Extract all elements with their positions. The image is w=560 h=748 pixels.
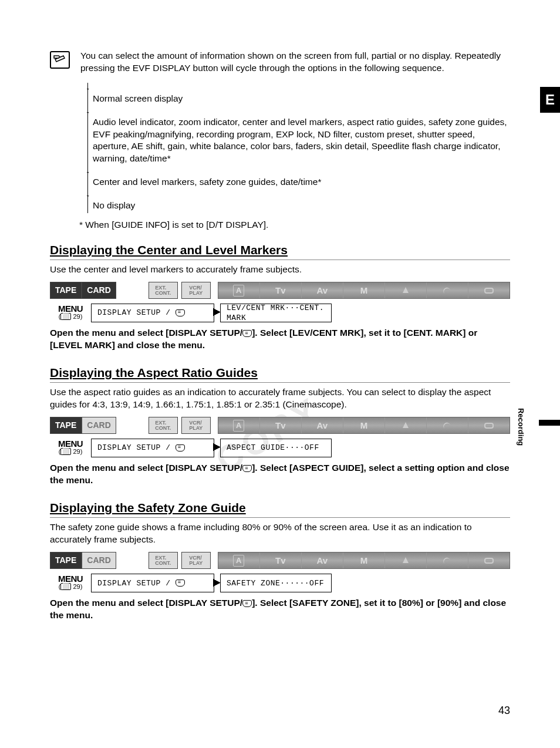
note-block: You can select the amount of information… [50,50,510,75]
menu-label: MENU (⬜ 29) [50,574,91,592]
footnote: * When [GUIDE INFO] is set to [D/T DISPL… [79,219,510,231]
mode-card-disabled: CARD [82,552,116,569]
nav-arrow-icon: ⯈ [214,439,220,457]
page-ref-icon: ⬜ [60,448,71,455]
mode-m-icon: M [343,552,384,568]
nav-arrow-icon: ⯈ [214,304,220,322]
program-strip: A Tv Av M [218,417,510,434]
mode-ext-cont: EXT. CONT. [149,282,178,299]
flow-step: Normal screen display [93,91,510,106]
program-strip: A Tv Av M [218,282,510,299]
mode-tv-icon: Tv [259,552,301,568]
mode-card-disabled: CARD [82,417,116,434]
body-text: Use the aspect ratio guides as an indica… [50,386,510,411]
display-icon [242,465,252,472]
display-cycle-flow: ↓ Normal screen display ↓ Audio level in… [87,83,510,213]
mode-a-icon: A [218,552,259,568]
mode-tv-icon: Tv [259,282,301,298]
mode-bar: TAPE CARD EXT. CONT. VCR/ PLAY A Tv Av M [50,282,510,299]
menu-path-row: MENU (⬜ 29) DISPLAY SETUP / ⯈ LEV/CENT M… [50,304,510,322]
instruction-text: Open the menu and select [DISPLAY SETUP/… [50,327,510,352]
display-icon [176,309,185,316]
nav-arrow-icon: ⯈ [214,574,220,592]
arrow-down-icon: ↓ [86,166,510,174]
mode-vcr-play: VCR/ PLAY [181,282,211,299]
mode-a-icon: A [218,417,259,433]
flow-step: Audio level indicator, zoom indicator, c… [93,114,510,167]
note-text: You can select the amount of information… [80,50,510,75]
page-ref-icon: ⬜ [60,583,71,590]
mode-spotlight-icon [384,282,426,298]
menu-label: MENU (⬜ 29) [50,439,91,457]
body-text: The safety zone guide shows a frame incl… [50,521,510,546]
menu-step-1: DISPLAY SETUP / [91,439,214,457]
mode-av-icon: Av [301,552,343,568]
display-icon [242,600,252,607]
heading-aspect-ratio: Displaying the Aspect Ratio Guides [50,365,510,383]
page-ref-icon: ⬜ [60,313,71,320]
mode-m-icon: M [343,282,384,298]
menu-path-row: MENU (⬜ 29) DISPLAY SETUP / ⯈ SAFETY ZON… [50,574,510,592]
mode-av-icon: Av [301,417,343,433]
mode-ext-cont: EXT. CONT. [149,552,178,569]
mode-av-icon: Av [301,282,343,298]
page-number: 43 [498,703,510,717]
menu-step-2: LEV/CENT MRK···CENT. MARK [220,304,332,322]
menu-step-2: ASPECT GUIDE····OFF [220,439,332,457]
arrow-down-icon: ↓ [86,190,510,198]
mode-tape: TAPE [50,417,82,434]
instruction-text: Open the menu and select [DISPLAY SETUP/… [50,462,510,487]
mode-tape: TAPE [50,282,82,299]
instruction-text: Open the menu and select [DISPLAY SETUP/… [50,597,510,622]
menu-label: MENU (⬜ 29) [50,304,91,322]
mode-tape: TAPE [50,552,82,569]
notes-icon [50,51,70,69]
menu-step-1: DISPLAY SETUP / [91,304,214,322]
heading-safety-zone: Displaying the Safety Zone Guide [50,500,510,518]
mode-bar: TAPE CARD EXT. CONT. VCR/ PLAY A Tv Av M [50,552,510,569]
flow-step: Center and level markers, safety zone gu… [93,174,510,190]
heading-center-level: Displaying the Center and Level Markers [50,242,510,260]
program-strip: A Tv Av M [218,552,510,569]
mode-vcr-play: VCR/ PLAY [181,552,211,569]
display-icon [176,444,185,452]
svg-rect-2 [485,558,493,563]
menu-step-1: DISPLAY SETUP / [91,574,214,592]
mode-night-icon [426,282,468,298]
body-text: Use the center and level markers to accu… [50,264,510,276]
display-icon [242,330,252,337]
mode-card: CARD [82,282,116,299]
mode-easy-icon [468,552,510,568]
mode-ext-cont: EXT. CONT. [149,417,178,434]
mode-tv-icon: Tv [259,417,301,433]
mode-bar: TAPE CARD EXT. CONT. VCR/ PLAY A Tv Av M [50,417,510,434]
arrow-down-icon: ↓ [86,106,510,114]
arrow-down-icon: ↓ [86,83,510,91]
svg-rect-1 [485,423,493,428]
display-icon [176,579,185,587]
mode-easy-icon [468,282,510,298]
mode-m-icon: M [343,417,384,433]
mode-a-icon: A [218,282,259,298]
mode-vcr-play: VCR/ PLAY [181,417,211,434]
mode-easy-icon [468,417,510,433]
menu-path-row: MENU (⬜ 29) DISPLAY SETUP / ⯈ ASPECT GUI… [50,439,510,457]
svg-rect-0 [485,288,493,293]
mode-spotlight-icon [384,552,426,568]
mode-spotlight-icon [384,417,426,433]
flow-step: No display [93,198,510,213]
menu-step-2: SAFETY ZONE······OFF [220,574,332,592]
mode-night-icon [426,552,468,568]
mode-night-icon [426,417,468,433]
